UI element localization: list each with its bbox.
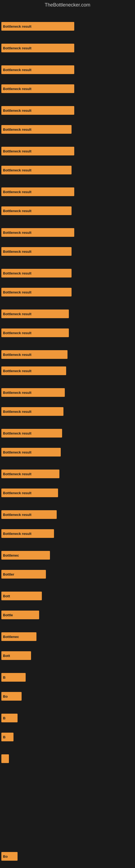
bar-container: Bott xyxy=(1,592,42,600)
bar-label: Bottleneck result xyxy=(3,513,31,517)
bar-label: Bottleneck result xyxy=(3,108,31,113)
bar-container: Bottleneck result xyxy=(1,166,72,175)
bar-label: Bottleneck result xyxy=(3,271,31,275)
bottleneck-bar[interactable]: Bottleneck result xyxy=(1,22,74,31)
bar-label: Bottleneck result xyxy=(3,491,31,495)
bar-label: Bottleneck result xyxy=(3,127,31,131)
bottleneck-bar[interactable]: Bottleneck result xyxy=(1,367,66,375)
bottleneck-bar[interactable]: Bottleneck result xyxy=(1,228,74,237)
bottleneck-bar[interactable]: Bottleneck result xyxy=(1,147,74,155)
bar-label: Bottleneck result xyxy=(3,410,31,414)
bar-container: Bottleneck result xyxy=(1,529,54,538)
bottleneck-bar[interactable]: Bottleneck result xyxy=(1,187,74,196)
bar-container: Bottleneck result xyxy=(1,489,58,497)
bottleneck-bar[interactable]: Bottler xyxy=(1,570,46,579)
bar-label: Bottleneck result xyxy=(3,369,31,373)
bottleneck-bar[interactable]: Bottleneck result xyxy=(1,429,62,437)
bar-container: Bottleneck result xyxy=(1,310,69,318)
bar-label: Bottleneck result xyxy=(3,472,31,476)
bottleneck-bar[interactable]: B xyxy=(1,733,13,741)
bar-label: Bottleneck result xyxy=(3,209,31,213)
bar-container: Bottleneck result xyxy=(1,44,74,52)
bottleneck-bar[interactable]: Bottleneck result xyxy=(1,106,74,115)
bar-label: Bottleneck result xyxy=(3,149,31,153)
site-title: TheBottlenecker.com xyxy=(0,0,135,11)
bar-label: B xyxy=(3,716,5,720)
bar-label: Bottleneck result xyxy=(3,250,31,254)
bar-label: Bottle xyxy=(3,613,13,617)
bottleneck-bar[interactable]: B xyxy=(1,673,26,682)
bottleneck-bar[interactable]: Bott xyxy=(1,592,42,600)
bottleneck-bar[interactable]: Bottleneck result xyxy=(1,350,68,359)
bottleneck-bar[interactable]: Bottle xyxy=(1,611,39,619)
bottleneck-bar[interactable]: Bottleneck result xyxy=(1,388,65,397)
bar-label: Bott xyxy=(3,594,10,598)
bar-label: Bottleneck result xyxy=(3,532,31,536)
bottleneck-bar[interactable]: Bottleneck result xyxy=(1,44,74,52)
bar-container: Bottleneck result xyxy=(1,65,74,74)
bar-container: Bottleneck result xyxy=(1,448,61,457)
bar-container: Bottleneck result xyxy=(1,187,74,196)
bar-container: Bottler xyxy=(1,570,46,579)
bottleneck-bar[interactable]: Bottleneck result xyxy=(1,329,69,337)
bottleneck-bar[interactable]: Bottleneck result xyxy=(1,247,72,256)
bottleneck-bar[interactable]: B xyxy=(1,714,17,722)
bottleneck-bar[interactable]: Bott xyxy=(1,651,31,660)
bottleneck-bar[interactable]: Bo xyxy=(1,852,17,861)
bar-container: Bottleneck result xyxy=(1,407,63,416)
bottleneck-bar[interactable]: Bottleneck result xyxy=(1,288,72,297)
bar-label: Bottleneck result xyxy=(3,331,31,335)
bottleneck-bar[interactable]: Bottleneck result xyxy=(1,125,72,134)
bar-container: Bottleneck result xyxy=(1,22,74,31)
bar-label: Bottlenec xyxy=(3,553,19,557)
bar-container xyxy=(1,754,9,763)
bar-container: B xyxy=(1,714,17,722)
bar-container: Bottleneck result xyxy=(1,288,72,297)
bar-container: Bottleneck result xyxy=(1,469,59,478)
bar-container: Bottleneck result xyxy=(1,228,74,237)
bar-container: Bottleneck result xyxy=(1,329,69,337)
bar-label: Bott xyxy=(3,654,10,658)
bar-label: Bottleneck result xyxy=(3,24,31,29)
bar-label: Bottleneck result xyxy=(3,391,31,395)
bottleneck-bar[interactable]: Bottleneck result xyxy=(1,269,72,278)
bottleneck-bar[interactable]: Bottlenec xyxy=(1,632,37,641)
bar-label: Bottler xyxy=(3,572,14,577)
bottleneck-bar[interactable]: Bottleneck result xyxy=(1,207,72,215)
bar-label: Bottleneck result xyxy=(3,168,31,172)
bar-label: Bottleneck result xyxy=(3,230,31,235)
bar-label: Bottleneck result xyxy=(3,312,31,316)
bottleneck-bar[interactable]: Bottleneck result xyxy=(1,310,69,318)
bar-container: Bottleneck result xyxy=(1,269,72,278)
bottleneck-bar[interactable]: Bottleneck result xyxy=(1,448,61,457)
bar-label: B xyxy=(3,675,5,680)
bar-container: Bottleneck result xyxy=(1,106,74,115)
bar-label: Bottleneck result xyxy=(3,190,31,194)
bar-container: Bottleneck result xyxy=(1,125,72,134)
bottleneck-bar[interactable]: Bottlenec xyxy=(1,551,50,560)
bottleneck-bar[interactable]: Bottleneck result xyxy=(1,166,72,175)
bar-container: Bottle xyxy=(1,611,39,619)
bottleneck-bar[interactable]: Bottleneck result xyxy=(1,489,58,497)
bottleneck-bar[interactable]: Bo xyxy=(1,692,21,701)
bar-label: Bottleneck result xyxy=(3,450,31,454)
bar-label: Bottlenec xyxy=(3,635,19,639)
bar-container: Bo xyxy=(1,852,17,861)
bar-label: Bottleneck result xyxy=(3,68,31,72)
bar-container: Bottleneck result xyxy=(1,388,65,397)
bar-container: B xyxy=(1,673,26,682)
bottleneck-bar[interactable] xyxy=(1,754,9,763)
bar-label: B xyxy=(3,735,5,739)
bottleneck-bar[interactable]: Bottleneck result xyxy=(1,65,74,74)
bottleneck-bar[interactable]: Bottleneck result xyxy=(1,510,57,519)
bar-container: Bottlenec xyxy=(1,632,37,641)
bottleneck-bar[interactable]: Bottleneck result xyxy=(1,407,63,416)
bottleneck-bar[interactable]: Bottleneck result xyxy=(1,469,59,478)
bottleneck-bar[interactable]: Bottleneck result xyxy=(1,84,74,93)
bottleneck-bar[interactable]: Bottleneck result xyxy=(1,529,54,538)
bar-container: Bott xyxy=(1,651,31,660)
bar-container: Bo xyxy=(1,692,21,701)
bar-container: Bottlenec xyxy=(1,551,50,560)
bar-container: Bottleneck result xyxy=(1,350,68,359)
bar-container: B xyxy=(1,733,13,741)
